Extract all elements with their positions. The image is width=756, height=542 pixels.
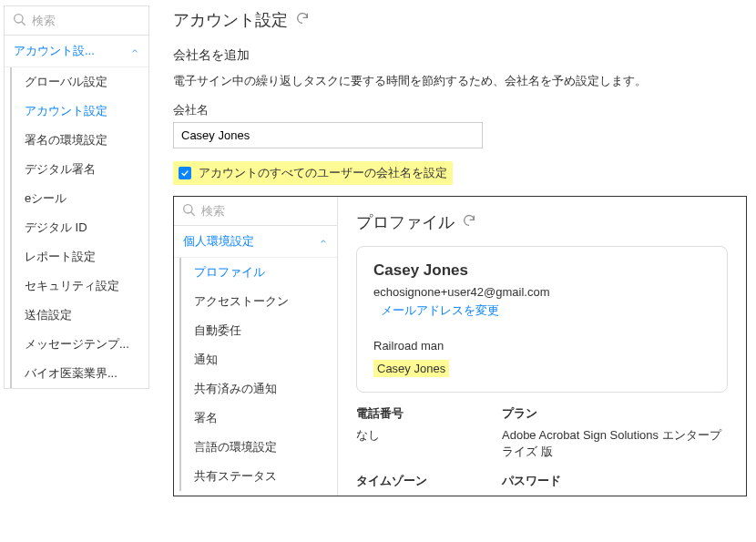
sidebar-item[interactable]: メッセージテンプ... — [12, 330, 148, 359]
outer-sidebar: アカウント設... グローバル設定 アカウント設定 署名の環境設定 デジタル署名… — [4, 5, 149, 389]
outer-group-label: アカウント設... — [14, 43, 95, 59]
sidebar-item[interactable]: 共有ステータス — [181, 462, 337, 491]
checkbox-icon[interactable] — [179, 167, 191, 179]
nested-search[interactable] — [174, 197, 337, 226]
sidebar-item[interactable]: セキュリティ設定 — [12, 271, 148, 301]
sidebar-item[interactable]: 送信設定 — [12, 301, 148, 330]
set-all-users-row[interactable]: アカウントのすべてのユーザーの会社名を設定 — [173, 161, 453, 185]
nested-group-label: 個人環境設定 — [183, 233, 254, 250]
nested-sidebar: 個人環境設定 プロファイル アクセストークン 自動委任 通知 共有済みの通知 署… — [174, 197, 338, 496]
profile-company: Casey Jones — [373, 360, 449, 377]
sidebar-item[interactable]: レポート設定 — [12, 242, 148, 271]
tz-value: (GMT+05:30) インド — [356, 495, 484, 496]
phone-value: なし — [356, 427, 484, 460]
company-input[interactable] — [173, 122, 483, 148]
svg-line-1 — [22, 22, 26, 26]
sidebar-item[interactable]: 自動委任 — [181, 316, 337, 345]
page-title-row: アカウント設定 — [173, 9, 747, 31]
change-password-link[interactable]: パスワードを変更 — [502, 495, 728, 496]
svg-point-2 — [184, 205, 192, 213]
profile-role: Railroad man — [373, 339, 710, 353]
sidebar-item[interactable]: アクセストークン — [181, 287, 337, 316]
sidebar-item[interactable]: グローバル設定 — [12, 67, 148, 97]
sidebar-item[interactable]: eシール — [12, 184, 148, 213]
main-content: アカウント設定 会社名を追加 電子サイン中の繰り返しタスクに要する時間を節約する… — [173, 9, 747, 496]
sidebar-item[interactable]: 言語の環境設定 — [181, 433, 337, 462]
nested-panel: 個人環境設定 プロファイル アクセストークン 自動委任 通知 共有済みの通知 署… — [173, 196, 747, 496]
chevron-up-icon — [319, 235, 328, 249]
pw-label: パスワード — [502, 473, 728, 489]
sidebar-item[interactable]: プロファイル — [181, 258, 337, 287]
nested-title: プロファイル — [356, 211, 455, 233]
profile-grid: 電話番号 プラン なし Adobe Acrobat Sign Solutions… — [356, 405, 728, 496]
sidebar-item[interactable]: デジタル署名 — [12, 155, 148, 184]
profile-card: Casey Jones echosignone+user42@gmail.com… — [356, 246, 728, 393]
profile-email: echosignone+user42@gmail.com — [373, 285, 710, 299]
checkbox-label: アカウントのすべてのユーザーの会社名を設定 — [199, 165, 447, 181]
nested-main: プロファイル Casey Jones echosignone+user42@gm… — [338, 197, 746, 496]
phone-label: 電話番号 — [356, 405, 484, 422]
chevron-up-icon — [130, 45, 139, 58]
page-title: アカウント設定 — [173, 9, 288, 31]
nested-sub-items: プロファイル アクセストークン 自動委任 通知 共有済みの通知 署名 言語の環境… — [179, 258, 337, 491]
sidebar-item[interactable]: 共有済みの通知 — [181, 374, 337, 404]
section-description: 電子サイン中の繰り返しタスクに要する時間を節約するため、会社名を予め設定します。 — [173, 73, 747, 89]
outer-group-header[interactable]: アカウント設... — [5, 36, 148, 67]
outer-search-input[interactable] — [26, 14, 141, 27]
change-email-link[interactable]: メールアドレスを変更 — [373, 302, 499, 319]
company-label: 会社名 — [173, 102, 747, 118]
sidebar-item[interactable]: アカウント設定 — [12, 97, 148, 126]
svg-point-0 — [15, 15, 23, 23]
outer-sub-items: グローバル設定 アカウント設定 署名の環境設定 デジタル署名 eシール デジタル… — [10, 67, 148, 388]
sidebar-item[interactable]: 通知 — [181, 345, 337, 374]
sidebar-item[interactable]: 署名 — [181, 404, 337, 433]
search-icon — [12, 12, 26, 29]
refresh-icon[interactable] — [462, 213, 476, 232]
tz-label: タイムゾーン — [356, 473, 484, 489]
refresh-icon[interactable] — [295, 11, 310, 30]
sidebar-item[interactable]: バイオ医薬業界... — [12, 359, 148, 388]
section-title: 会社名を追加 — [173, 47, 747, 64]
sidebar-item[interactable]: デジタル ID — [12, 213, 148, 242]
plan-label: プラン — [502, 405, 728, 422]
svg-line-3 — [191, 212, 195, 216]
search-icon — [181, 202, 196, 220]
nested-title-row: プロファイル — [356, 211, 728, 233]
nested-group-header[interactable]: 個人環境設定 — [174, 226, 337, 258]
outer-search[interactable] — [5, 6, 148, 36]
nested-search-input[interactable] — [196, 204, 330, 218]
profile-name: Casey Jones — [373, 261, 710, 280]
plan-value: Adobe Acrobat Sign Solutions エンタープライズ 版 — [502, 427, 728, 460]
sidebar-item[interactable]: 署名の環境設定 — [12, 126, 148, 155]
